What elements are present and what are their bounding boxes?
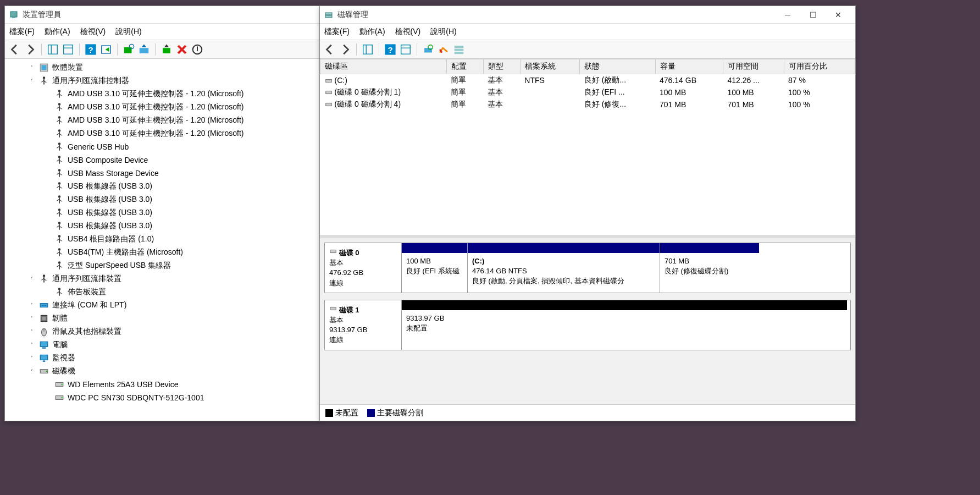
dm-settings-icon[interactable] bbox=[399, 43, 412, 56]
menu-file[interactable]: 檔案(F) bbox=[9, 27, 35, 37]
enable-device-icon[interactable] bbox=[160, 43, 173, 56]
tree-item[interactable]: USB 根集線器 (USB 3.0) bbox=[5, 219, 320, 233]
tree-item[interactable]: ˅磁碟機 bbox=[5, 365, 320, 378]
volume-row[interactable]: (磁碟 0 磁碟分割 1)簡單基本良好 (EFI ...100 MB100 MB… bbox=[320, 86, 855, 98]
tree-item[interactable]: ˃連接埠 (COM 和 LPT) bbox=[5, 299, 320, 312]
volume-cell: 基本 bbox=[483, 74, 520, 87]
tree-item[interactable]: USB 根集線器 (USB 3.0) bbox=[5, 206, 320, 219]
tree-item[interactable]: ˅通用序列匯流排控制器 bbox=[5, 74, 320, 87]
tree-item-label: USB4(TM) 主機路由器 (Microsoft) bbox=[68, 248, 183, 257]
expander-icon[interactable]: ˃ bbox=[27, 302, 36, 309]
partition[interactable]: 701 MB良好 (修復磁碟分割) bbox=[660, 243, 759, 293]
expander-icon[interactable]: ˅ bbox=[27, 78, 36, 84]
partition[interactable]: 9313.97 GB未配置 bbox=[402, 300, 847, 350]
tree-item[interactable]: ˃滑鼠及其他指標裝置 bbox=[5, 325, 320, 338]
expander-icon[interactable]: ˃ bbox=[27, 65, 36, 71]
dm-help-icon[interactable]: ? bbox=[384, 43, 397, 56]
dm-back-button[interactable] bbox=[323, 43, 336, 56]
disk-header[interactable]: 磁碟 0基本476.92 GB連線 bbox=[325, 243, 402, 293]
svg-point-87 bbox=[45, 305, 46, 306]
svg-point-56 bbox=[58, 208, 61, 211]
expander-icon[interactable]: ˃ bbox=[27, 316, 36, 322]
svg-rect-116 bbox=[325, 91, 331, 94]
show-hide-tree-icon[interactable] bbox=[46, 43, 59, 56]
tree-item[interactable]: Generic USB Hub bbox=[5, 140, 320, 153]
disable-device-icon[interactable] bbox=[191, 43, 204, 56]
tree-item[interactable]: AMD USB 3.10 可延伸主機控制器 - 1.20 (Microsoft) bbox=[5, 114, 320, 127]
dm-menu-file[interactable]: 檔案(F) bbox=[324, 27, 350, 37]
forward-button[interactable] bbox=[24, 43, 37, 56]
svg-rect-12 bbox=[163, 48, 170, 53]
volume-row[interactable]: (C:)簡單基本NTFS良好 (啟動...476.14 GB412.26 ...… bbox=[320, 74, 855, 87]
disk-graphic-view[interactable]: 磁碟 0基本476.92 GB連線100 MB良好 (EFI 系統磁(C:)47… bbox=[320, 238, 855, 404]
tree-item[interactable]: ˅通用序列匯流排裝置 bbox=[5, 272, 320, 285]
menu-action[interactable]: 動作(A) bbox=[45, 27, 70, 37]
volume-cell bbox=[520, 98, 580, 111]
column-header[interactable]: 配置 bbox=[446, 59, 483, 74]
expander-icon[interactable]: ˃ bbox=[27, 355, 36, 361]
action-icon[interactable] bbox=[99, 43, 113, 56]
tree-item-label: 韌體 bbox=[52, 314, 68, 323]
properties-icon[interactable] bbox=[62, 43, 75, 56]
tree-item[interactable]: USB 根集線器 (USB 3.0) bbox=[5, 193, 320, 206]
column-header[interactable]: 檔案系統 bbox=[520, 59, 580, 74]
partition[interactable]: 100 MB良好 (EFI 系統磁 bbox=[402, 243, 468, 293]
dm-view-icon[interactable] bbox=[361, 43, 374, 56]
menu-view[interactable]: 檢視(V) bbox=[80, 27, 106, 37]
tree-item[interactable]: AMD USB 3.10 可延伸主機控制器 - 1.20 (Microsoft) bbox=[5, 101, 320, 114]
devmgr-tree-content[interactable]: ˃軟體裝置˅通用序列匯流排控制器AMD USB 3.10 可延伸主機控制器 - … bbox=[5, 59, 320, 421]
dm-refresh-icon[interactable] bbox=[422, 43, 435, 56]
column-header[interactable]: 可用空間 bbox=[723, 59, 784, 74]
tree-item[interactable]: USB4(TM) 主機路由器 (Microsoft) bbox=[5, 246, 320, 259]
column-header[interactable]: 類型 bbox=[483, 59, 520, 74]
expander-icon[interactable]: ˅ bbox=[27, 276, 36, 282]
column-header[interactable]: 狀態 bbox=[580, 59, 655, 74]
svg-point-24 bbox=[58, 103, 61, 106]
dm-menu-view[interactable]: 檢視(V) bbox=[395, 27, 421, 37]
expander-icon[interactable]: ˃ bbox=[27, 329, 36, 335]
disk-header[interactable]: 磁碟 1基本9313.97 GB連線 bbox=[325, 300, 402, 350]
column-header[interactable]: 可用百分比 bbox=[784, 59, 855, 74]
tree-item[interactable]: 佈告板裝置 bbox=[5, 285, 320, 299]
volume-list[interactable]: 磁碟區配置類型檔案系統狀態容量可用空間可用百分比 (C:)簡單基本NTFS良好 … bbox=[320, 59, 855, 235]
update-driver-icon[interactable] bbox=[137, 43, 151, 56]
minimize-button[interactable]: ─ bbox=[775, 6, 800, 24]
port-icon bbox=[39, 300, 49, 310]
maximize-button[interactable]: ☐ bbox=[800, 6, 826, 24]
tree-item[interactable]: ˃軟體裝置 bbox=[5, 61, 320, 74]
tree-item[interactable]: USB Composite Device bbox=[5, 153, 320, 167]
menu-help[interactable]: 說明(H) bbox=[115, 27, 141, 37]
tree-item-label: USB 根集線器 (USB 3.0) bbox=[68, 195, 152, 205]
tree-item[interactable]: 泛型 SuperSpeed USB 集線器 bbox=[5, 259, 320, 272]
volume-row[interactable]: (磁碟 0 磁碟分割 4)簡單基本良好 (修復...701 MB701 MB10… bbox=[320, 98, 855, 111]
tree-item[interactable]: USB 根集線器 (USB 3.0) bbox=[5, 180, 320, 193]
tree-item[interactable]: ˃韌體 bbox=[5, 312, 320, 325]
disk-icon bbox=[39, 366, 49, 376]
dm-rescan-icon[interactable] bbox=[437, 43, 450, 56]
tree-item[interactable]: USB4 根目錄路由器 (1.0) bbox=[5, 233, 320, 246]
dm-menu-action[interactable]: 動作(A) bbox=[359, 27, 385, 37]
svg-point-99 bbox=[61, 384, 62, 385]
tree-item[interactable]: WD Elements 25A3 USB Device bbox=[5, 378, 320, 391]
partition[interactable]: (C:)476.14 GB NTFS良好 (啟動, 分頁檔案, 損毀傾印, 基本… bbox=[468, 243, 660, 293]
expander-icon[interactable]: ˅ bbox=[27, 369, 36, 375]
tree-item[interactable]: AMD USB 3.10 可延伸主機控制器 - 1.20 (Microsoft) bbox=[5, 87, 320, 101]
tree-item[interactable]: WDC PC SN730 SDBQNTY-512G-1001 bbox=[5, 391, 320, 404]
dm-menu-help[interactable]: 說明(H) bbox=[430, 27, 456, 37]
dm-forward-button[interactable] bbox=[339, 43, 352, 56]
help-icon[interactable]: ? bbox=[84, 43, 97, 56]
expander-icon[interactable]: ˃ bbox=[27, 342, 36, 348]
tree-item[interactable]: AMD USB 3.10 可延伸主機控制器 - 1.20 (Microsoft) bbox=[5, 127, 320, 140]
volume-cell: 簡單 bbox=[446, 86, 483, 98]
close-button[interactable]: ✕ bbox=[826, 6, 851, 24]
column-header[interactable]: 容量 bbox=[655, 59, 723, 74]
tree-item[interactable]: ˃監視器 bbox=[5, 351, 320, 365]
svg-rect-11 bbox=[140, 48, 149, 53]
tree-item[interactable]: USB Mass Storage Device bbox=[5, 167, 320, 180]
uninstall-icon[interactable] bbox=[175, 43, 189, 56]
column-header[interactable]: 磁碟區 bbox=[320, 59, 447, 74]
tree-item[interactable]: ˃電腦 bbox=[5, 338, 320, 351]
back-button[interactable] bbox=[8, 43, 21, 56]
scan-icon[interactable] bbox=[122, 43, 135, 56]
dm-list-icon[interactable] bbox=[452, 43, 466, 56]
